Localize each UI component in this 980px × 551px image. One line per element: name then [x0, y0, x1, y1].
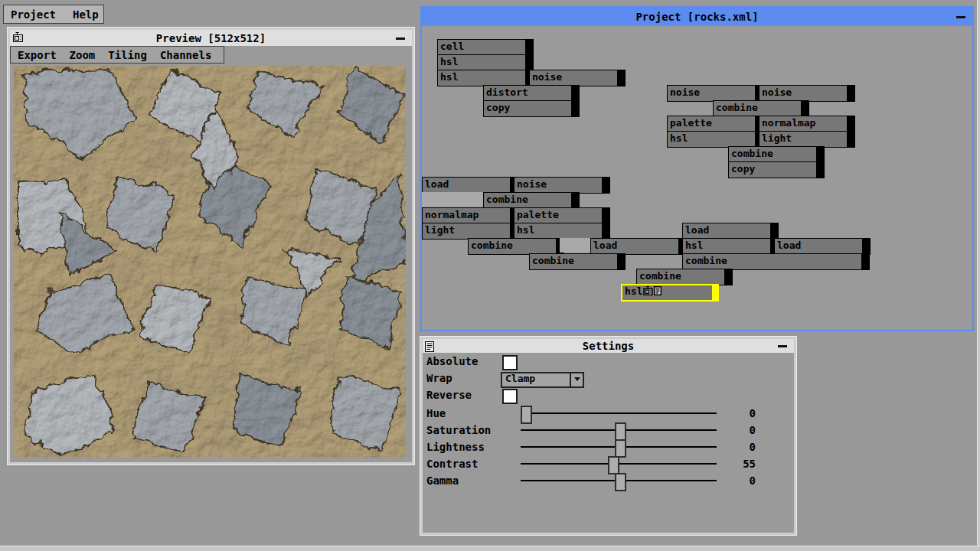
node-output-tab — [602, 223, 610, 240]
node-noise[interactable]: noise — [529, 70, 626, 86]
node-copy[interactable]: copy — [483, 100, 580, 117]
node-output-tab — [525, 39, 534, 56]
preview-title: Preview [512x512] — [156, 32, 266, 44]
node-label: noise — [762, 86, 792, 98]
node-label: normalmap — [425, 209, 479, 220]
settings-body: AbsoluteWrapClampReverseHue0Saturation0L… — [423, 353, 794, 533]
node-cell[interactable]: cell — [437, 39, 534, 56]
node-load[interactable]: load — [774, 238, 871, 255]
settings-label-hue: Hue — [426, 405, 446, 422]
preview-menu-channels[interactable]: Channels — [160, 49, 211, 61]
menu-item-project[interactable]: Project — [11, 8, 56, 21]
preview-titlebar[interactable]: Preview [512x512] — [10, 30, 412, 46]
node-palette[interactable]: palette — [667, 116, 763, 132]
node-hsl[interactable]: hsl — [437, 70, 534, 86]
node-noise[interactable]: noise — [667, 85, 763, 102]
node-label: palette — [517, 209, 559, 220]
node-label: light — [762, 132, 792, 144]
settings-label-gamma: Gamma — [426, 472, 459, 489]
node-output-tab — [816, 161, 825, 178]
node-load[interactable]: load — [590, 238, 687, 255]
contrast-value: 55 — [714, 455, 756, 472]
node-graph-canvas[interactable]: cellhslhslnoisedistortnoisenoisecopycomb… — [422, 26, 972, 330]
node-output-tab — [571, 192, 580, 209]
node-load[interactable]: load — [682, 223, 779, 240]
settings-titlebar[interactable]: Settings — [423, 339, 794, 353]
settings-row-saturation: Saturation0 — [423, 422, 794, 439]
node-combine[interactable]: combine — [468, 238, 564, 255]
desktop: { "menubar": { "items": ["Project", "Hel… — [0, 0, 980, 551]
node-label: normalmap — [762, 117, 815, 129]
node-label: copy — [486, 102, 510, 113]
project-titlebar[interactable]: Project [rocks.xml] — [422, 8, 972, 26]
settings-minimize-button[interactable] — [778, 345, 787, 347]
node-light[interactable]: light — [422, 223, 518, 240]
tv-icon — [12, 32, 24, 46]
gamma-slider-thumb[interactable] — [615, 473, 626, 491]
gamma-value: 0 — [714, 472, 756, 489]
settings-row-reverse: Reverse — [423, 386, 794, 403]
node-output-tab — [712, 284, 719, 302]
node-combine[interactable]: combine — [529, 253, 626, 270]
node-label: load — [425, 178, 449, 190]
node-hsl[interactable]: hsl — [682, 238, 779, 255]
node-output-tab — [571, 85, 580, 102]
settings-row-gamma: Gamma0 — [423, 472, 794, 489]
node-hsl[interactable]: hsl — [437, 54, 534, 71]
node-distort[interactable]: distort — [483, 85, 580, 102]
node-combine[interactable]: combine — [682, 253, 870, 270]
settings-window: Settings AbsoluteWrapClampReverseHue0Sat… — [420, 337, 796, 535]
node-label: copy — [731, 163, 755, 174]
node-hsl[interactable]: hsl — [514, 223, 610, 240]
dropdown-arrow-button[interactable] — [570, 373, 583, 386]
dropdown-value: Clamp — [505, 373, 535, 384]
project-minimize-button[interactable] — [956, 16, 965, 18]
settings-label-saturation: Saturation — [426, 422, 491, 439]
settings-title: Settings — [583, 340, 634, 352]
preview-minimize-button[interactable] — [396, 37, 405, 40]
menu-item-help[interactable]: Help — [73, 8, 99, 21]
preview-window: Preview [512x512] ExportZoomTilingChanne… — [8, 28, 414, 465]
wrap-dropdown[interactable]: Clamp — [501, 372, 584, 388]
preview-menu-zoom[interactable]: Zoom — [70, 49, 96, 61]
node-hsl[interactable]: hsl — [621, 284, 719, 302]
preview-menu-tiling[interactable]: Tiling — [108, 49, 147, 61]
node-label: hsl — [670, 132, 688, 144]
node-load[interactable]: load — [422, 177, 518, 194]
node-combine[interactable]: combine — [483, 192, 580, 209]
node-output-tab — [602, 177, 610, 194]
project-title: Project [rocks.xml] — [635, 11, 758, 23]
node-noise[interactable]: noise — [759, 85, 855, 102]
node-output-tab — [862, 238, 871, 255]
reverse-checkbox[interactable] — [502, 389, 518, 404]
node-copy[interactable]: copy — [728, 161, 825, 178]
chevron-down-icon — [574, 377, 580, 381]
preview-menu-export[interactable]: Export — [18, 49, 57, 61]
node-output-tab — [602, 207, 610, 224]
hue-slider-track[interactable] — [521, 412, 717, 414]
node-label: light — [425, 224, 455, 236]
saturation-value: 0 — [714, 422, 756, 439]
node-light[interactable]: light — [759, 131, 855, 148]
absolute-checkbox[interactable] — [502, 355, 518, 370]
node-label: hsl — [440, 56, 458, 67]
node-output-tab — [617, 70, 626, 86]
node-label: combine — [731, 148, 773, 159]
node-output-tab — [724, 269, 733, 285]
node-normalmap[interactable]: normalmap — [422, 207, 518, 224]
settings-label-reverse: Reverse — [426, 386, 472, 403]
lightness-value: 0 — [714, 439, 756, 455]
node-combine[interactable]: combine — [728, 146, 825, 163]
node-output-tab — [770, 223, 779, 240]
node-combine[interactable]: combine — [713, 100, 809, 117]
node-combine[interactable]: combine — [636, 269, 733, 285]
node-normalmap[interactable]: normalmap — [759, 116, 855, 132]
settings-row-contrast: Contrast55 — [423, 455, 794, 472]
node-label: cell — [440, 41, 464, 52]
node-palette[interactable]: palette — [514, 207, 610, 224]
node-label: load — [777, 240, 801, 251]
node-label: combine — [486, 194, 528, 205]
node-noise[interactable]: noise — [514, 177, 610, 194]
node-label: hsl — [625, 285, 642, 297]
node-hsl[interactable]: hsl — [667, 131, 763, 148]
